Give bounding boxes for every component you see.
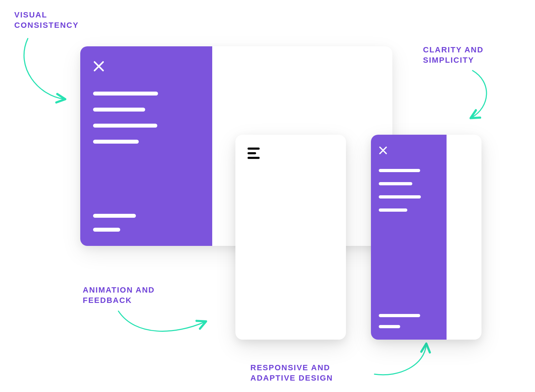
mobile-menu-top [379, 169, 439, 212]
label-animation-feedback: ANIMATION AND FEEDBACK [83, 285, 155, 305]
hamburger-icon[interactable] [248, 148, 260, 159]
mobile-card-expanded [371, 135, 482, 340]
menu-item[interactable] [379, 208, 407, 212]
menu-item[interactable] [379, 195, 421, 198]
menu-item[interactable] [93, 140, 139, 144]
menu-item[interactable] [93, 228, 120, 232]
menu-item[interactable] [379, 325, 400, 328]
close-icon[interactable] [379, 146, 439, 155]
menu-item[interactable] [93, 214, 136, 218]
mobile-card-collapsed [235, 135, 346, 340]
mobile-sidebar [371, 135, 447, 340]
menu-item[interactable] [379, 314, 420, 317]
arrow-clarity-simplicity [453, 68, 499, 126]
menu-item[interactable] [93, 92, 158, 96]
menu-item[interactable] [93, 108, 145, 112]
menu-item[interactable] [379, 169, 420, 172]
arrow-responsive-adaptive [371, 340, 435, 385]
label-responsive-adaptive: RESPONSIVE AND ADAPTIVE DESIGN [250, 363, 333, 383]
mobile-menu-bottom [379, 314, 439, 328]
arrow-visual-consistency [18, 36, 82, 108]
desktop-menu-top [93, 92, 199, 144]
desktop-sidebar [80, 46, 212, 246]
desktop-menu-bottom [93, 214, 199, 232]
menu-item[interactable] [93, 124, 157, 128]
label-clarity-simplicity: CLARITY AND SIMPLICITY [423, 45, 484, 65]
arrow-animation-feedback [114, 308, 214, 345]
menu-item[interactable] [379, 182, 412, 185]
close-icon[interactable] [93, 61, 199, 72]
label-visual-consistency: VISUAL CONSISTENCY [14, 10, 79, 30]
